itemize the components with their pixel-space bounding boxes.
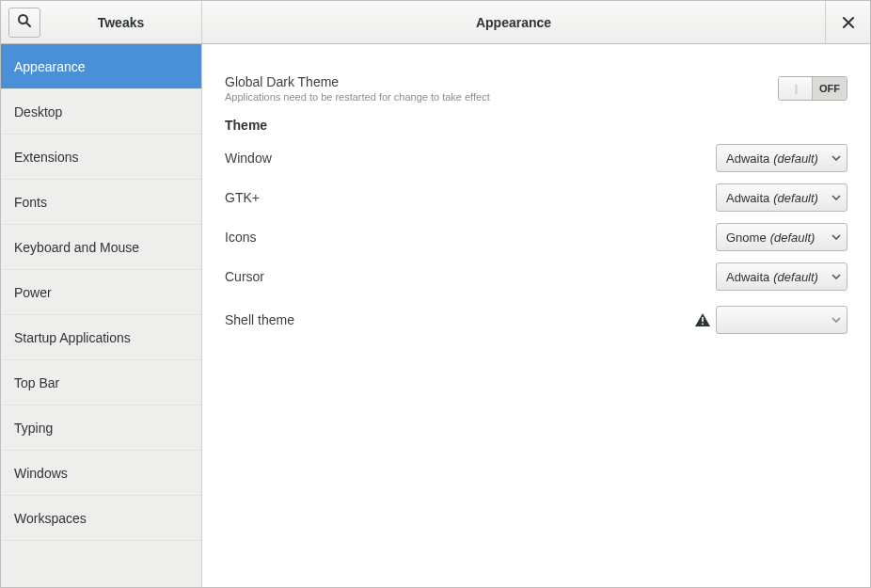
page-title: Appearance <box>476 15 551 30</box>
svg-rect-5 <box>702 324 704 326</box>
sidebar-item-label: Desktop <box>14 104 62 119</box>
gtk-theme-dropdown[interactable]: Adwaita (default) <box>716 183 847 212</box>
headerbar-right <box>825 1 870 43</box>
sidebar-item-keyboard-mouse[interactable]: Keyboard and Mouse <box>1 225 201 270</box>
app-title: Tweaks <box>48 15 194 30</box>
headerbar: Tweaks Appearance <box>1 1 870 44</box>
sidebar-item-extensions[interactable]: Extensions <box>1 135 201 180</box>
row-label: GTK+ <box>225 190 260 205</box>
cursor-theme-dropdown[interactable]: Adwaita (default) <box>716 262 847 291</box>
global-dark-desc: Applications need to be restarted for ch… <box>225 91 490 103</box>
warning-icon <box>695 313 710 326</box>
sidebar-item-windows[interactable]: Windows <box>1 451 201 496</box>
switch-thumb: ||| <box>779 77 813 100</box>
main-split: Appearance Desktop Extensions Fonts Keyb… <box>1 44 870 587</box>
row-label: Window <box>225 151 272 166</box>
row-gtk: GTK+ Adwaita (default) <box>225 178 847 217</box>
sidebar-item-label: Workspaces <box>14 511 87 526</box>
sidebar-item-typing[interactable]: Typing <box>1 405 201 451</box>
dropdown-value: Adwaita <box>726 191 769 205</box>
sidebar-item-power[interactable]: Power <box>1 270 201 315</box>
sidebar-item-label: Windows <box>14 466 68 481</box>
row-label: Icons <box>225 230 256 245</box>
row-global-dark: Global Dark Theme Applications need to b… <box>225 69 847 108</box>
dropdown-suffix: (default) <box>770 230 816 245</box>
search-button[interactable] <box>8 8 40 38</box>
sidebar-item-label: Fonts <box>14 195 47 210</box>
search-icon <box>17 13 32 31</box>
sidebar-item-label: Top Bar <box>14 375 59 390</box>
content-pane: Global Dark Theme Applications need to b… <box>202 44 870 587</box>
switch-state-label: OFF <box>813 77 847 100</box>
chevron-down-icon <box>831 195 841 200</box>
sidebar-item-desktop[interactable]: Desktop <box>1 89 201 135</box>
row-icons: Icons Gnome (default) <box>225 217 847 257</box>
chevron-down-icon <box>831 234 841 240</box>
global-dark-switch[interactable]: ||| OFF <box>778 76 847 101</box>
row-cursor: Cursor Adwaita (default) <box>225 257 847 296</box>
global-dark-label: Global Dark Theme <box>225 74 490 89</box>
sidebar-item-label: Typing <box>14 421 53 436</box>
row-shell: Shell theme <box>225 300 847 340</box>
shell-right <box>695 306 847 334</box>
close-button[interactable] <box>825 1 870 43</box>
svg-rect-4 <box>702 317 704 322</box>
icons-theme-dropdown[interactable]: Gnome (default) <box>716 223 847 251</box>
row-left: Global Dark Theme Applications need to b… <box>225 74 490 103</box>
sidebar-item-label: Extensions <box>14 150 78 165</box>
sidebar-item-top-bar[interactable]: Top Bar <box>1 360 201 405</box>
sidebar-item-label: Power <box>14 285 52 300</box>
sidebar: Appearance Desktop Extensions Fonts Keyb… <box>1 44 202 587</box>
chevron-down-icon <box>831 317 841 323</box>
chevron-down-icon <box>831 155 841 161</box>
row-window: Window Adwaita (default) <box>225 138 847 178</box>
theme-section-head: Theme <box>225 118 847 133</box>
dropdown-suffix: (default) <box>773 151 818 166</box>
dropdown-value: Adwaita <box>726 151 769 166</box>
chevron-down-icon <box>831 274 841 279</box>
sidebar-item-appearance[interactable]: Appearance <box>1 44 201 89</box>
dropdown-suffix: (default) <box>773 270 818 284</box>
sidebar-item-label: Keyboard and Mouse <box>14 240 139 255</box>
sidebar-item-fonts[interactable]: Fonts <box>1 180 201 225</box>
dropdown-value: Gnome <box>726 230 767 245</box>
sidebar-item-startup-apps[interactable]: Startup Applications <box>1 315 201 360</box>
sidebar-item-label: Startup Applications <box>14 330 131 345</box>
dropdown-suffix: (default) <box>773 191 818 205</box>
dropdown-value: Adwaita <box>726 270 769 284</box>
row-label: Shell theme <box>225 312 294 327</box>
headerbar-left: Tweaks <box>1 1 202 43</box>
sidebar-item-label: Appearance <box>14 59 86 74</box>
window-theme-dropdown[interactable]: Adwaita (default) <box>716 144 847 172</box>
shell-theme-dropdown[interactable] <box>716 306 847 334</box>
sidebar-item-workspaces[interactable]: Workspaces <box>1 496 201 541</box>
row-label: Cursor <box>225 269 264 284</box>
headerbar-center: Appearance <box>202 1 825 43</box>
close-icon <box>843 17 854 28</box>
svg-line-1 <box>26 23 30 26</box>
